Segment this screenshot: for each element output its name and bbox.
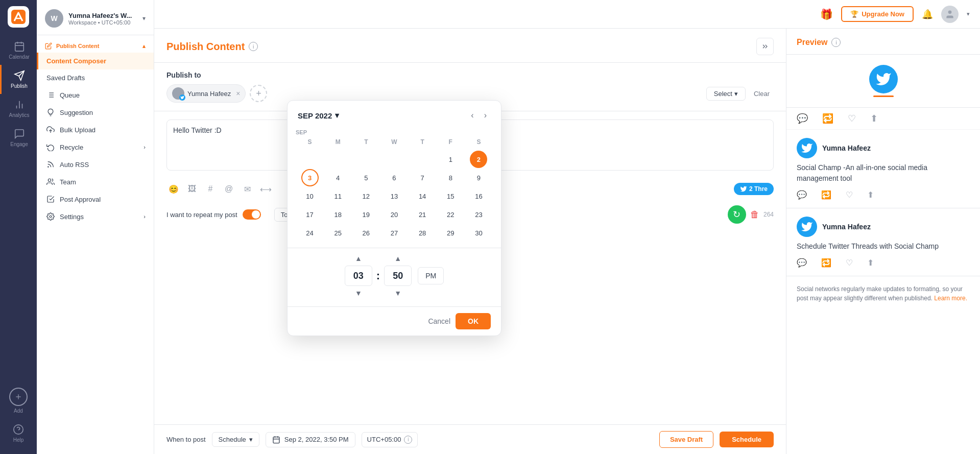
cal-day[interactable] (329, 151, 347, 168)
select-button[interactable]: Select ▾ (706, 87, 746, 101)
workspace-header[interactable]: W Yumna Hafeez's W... Workspace • UTC+05… (37, 0, 154, 35)
sidebar-item-queue[interactable]: Queue (37, 86, 154, 104)
cal-day-6[interactable]: 6 (386, 169, 403, 186)
schedule-dropdown[interactable]: Schedule ▾ (212, 432, 259, 447)
timezone-info-icon[interactable]: i (404, 436, 412, 444)
cal-day-11[interactable]: 11 (329, 187, 347, 205)
delete-icon[interactable]: 🗑 (750, 209, 759, 220)
nav-item-calendar[interactable]: Calendar (0, 36, 37, 65)
collapse-button[interactable] (756, 38, 774, 55)
clear-button[interactable]: Clear (750, 87, 774, 101)
calendar-prev-button[interactable]: ‹ (467, 109, 477, 122)
cal-day-27[interactable]: 27 (386, 224, 403, 242)
cal-day-4[interactable]: 4 (329, 169, 347, 186)
post-2-share-icon[interactable]: ⬆ (867, 258, 874, 268)
user-avatar[interactable] (941, 6, 959, 23)
calendar-ok-button[interactable]: OK (456, 313, 491, 329)
hashtag-icon[interactable]: # (203, 182, 218, 196)
cal-day-26[interactable]: 26 (357, 224, 375, 242)
share-icon[interactable]: ⬆ (870, 113, 878, 124)
post-2-like-icon[interactable]: ♡ (846, 258, 853, 268)
cal-day-1[interactable]: 1 (442, 151, 459, 168)
calendar-next-button[interactable]: › (480, 109, 491, 122)
cal-day-5[interactable]: 5 (357, 169, 375, 186)
preview-learn-more-link[interactable]: Learn more. (934, 295, 967, 302)
cal-day-15[interactable]: 15 (442, 187, 459, 205)
post-1-like-icon[interactable]: ♡ (846, 190, 853, 200)
minute-input[interactable]: 50 (384, 266, 412, 286)
sidebar-item-post-approval[interactable]: Post Approval (37, 190, 154, 208)
ampm-button[interactable]: PM (418, 267, 444, 284)
sidebar-item-recycle[interactable]: Recycle › (37, 138, 154, 156)
sidebar-item-settings[interactable]: Settings › (37, 208, 154, 225)
cal-day-21[interactable]: 21 (414, 206, 431, 223)
more-icon[interactable]: ⟷ (258, 182, 273, 196)
gift-icon[interactable]: 🎁 (820, 8, 833, 20)
upgrade-button[interactable]: 🏆 Upgrade Now (841, 6, 914, 22)
cal-day[interactable] (414, 151, 431, 168)
nav-item-publish[interactable]: Publish (0, 65, 37, 94)
save-draft-button[interactable]: Save Draft (659, 431, 713, 448)
cal-day-20[interactable]: 20 (386, 206, 403, 223)
sidebar-chevron-icon[interactable]: ▴ (142, 43, 146, 50)
retweet-icon[interactable]: 🔁 (822, 113, 833, 124)
repeat-toggle[interactable] (243, 209, 261, 220)
cal-day-17[interactable]: 17 (301, 206, 319, 223)
mention-icon[interactable]: @ (222, 182, 236, 196)
cal-day-18[interactable]: 18 (329, 206, 347, 223)
nav-logo[interactable] (8, 6, 29, 28)
timezone-button[interactable]: UTC+05:00 i (362, 432, 418, 447)
cal-day-12[interactable]: 12 (357, 187, 375, 205)
account-remove-button[interactable]: × (236, 89, 240, 98)
nav-item-engage[interactable]: Engage (0, 123, 37, 152)
hour-input[interactable]: 03 (345, 266, 372, 286)
cal-day-7[interactable]: 7 (414, 169, 431, 186)
cal-day-9[interactable]: 9 (470, 169, 487, 186)
panel-info-icon[interactable]: i (249, 42, 258, 51)
cal-day-14[interactable]: 14 (414, 187, 431, 205)
sidebar-item-suggestion[interactable]: Suggestion (37, 104, 154, 121)
post-2-retweet-icon[interactable]: 🔁 (821, 258, 831, 268)
cal-day-13[interactable]: 13 (386, 187, 403, 205)
hour-down-button[interactable]: ▼ (351, 288, 366, 298)
sidebar-item-auto-rss[interactable]: Auto RSS (37, 156, 154, 173)
sidebar-item-bulk-upload[interactable]: Bulk Upload (37, 121, 154, 138)
emoji-icon[interactable]: 😊 (166, 182, 181, 196)
cal-day-28[interactable]: 28 (414, 224, 431, 242)
minute-up-button[interactable]: ▲ (390, 253, 405, 264)
post-1-comment-icon[interactable]: 💬 (797, 190, 807, 200)
cal-day-29[interactable]: 29 (442, 224, 459, 242)
cal-day-2[interactable]: 2 (470, 151, 487, 168)
nav-add-button[interactable]: Add (9, 383, 28, 419)
post-2-comment-icon[interactable]: 💬 (797, 258, 807, 268)
nav-item-analytics[interactable]: Analytics (0, 94, 37, 123)
cal-day-22[interactable]: 22 (442, 206, 459, 223)
sidebar-item-team[interactable]: Team (37, 173, 154, 190)
thread-button[interactable]: 2 Thre (734, 183, 774, 195)
minute-down-button[interactable]: ▼ (390, 288, 405, 298)
cal-day[interactable] (357, 151, 375, 168)
preview-info-icon[interactable]: i (831, 38, 841, 47)
comment-icon[interactable]: 💬 (797, 113, 808, 124)
calendar-cancel-button[interactable]: Cancel (428, 317, 450, 325)
sidebar-item-saved-drafts[interactable]: Saved Drafts (37, 69, 154, 86)
cal-day-25[interactable]: 25 (329, 224, 347, 242)
cal-day-16[interactable]: 16 (470, 187, 487, 205)
cal-day-10[interactable]: 10 (301, 187, 319, 205)
add-account-button[interactable]: + (250, 85, 267, 102)
cal-day-23[interactable]: 23 (470, 206, 487, 223)
user-chevron-icon[interactable]: ▾ (967, 11, 970, 17)
cal-day-3[interactable]: 3 (301, 169, 319, 186)
refresh-button[interactable]: ↻ (728, 205, 746, 224)
cal-day-30[interactable]: 30 (470, 224, 487, 242)
cal-day[interactable] (301, 151, 319, 168)
hour-up-button[interactable]: ▲ (351, 253, 366, 264)
nav-help-button[interactable]: Help (13, 419, 24, 448)
schedule-button[interactable]: Schedule (720, 432, 774, 447)
notification-bell-icon[interactable]: 🔔 (922, 9, 933, 20)
cal-day-8[interactable]: 8 (442, 169, 459, 186)
like-icon[interactable]: ♡ (848, 113, 856, 124)
cal-day-19[interactable]: 19 (357, 206, 375, 223)
cal-day-24[interactable]: 24 (301, 224, 319, 242)
calendar-month-button[interactable]: SEP 2022 ▾ (298, 111, 339, 120)
